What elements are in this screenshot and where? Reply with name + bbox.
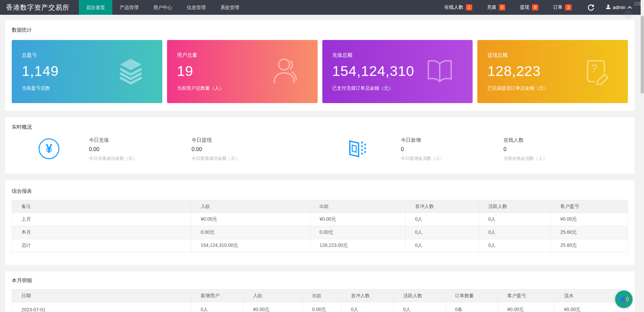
top-navbar: 香港数字资产交易所 后台首页产品管理用户中心信息管理系统管理 在线人数1充值0提… [0,0,644,15]
column-header: 客户盈亏 [551,200,628,213]
table-cell: 总计 [12,239,191,252]
book-icon [424,57,455,86]
table-cell: 128,223.00元 [310,239,406,252]
table-cell: 0.00元 [303,302,341,312]
realtime-row: ¥ 今日充值0.00今日充值成功金额（元）今日提现0.00今日提现成功金额（元）… [12,136,628,162]
column-header: 出款 [303,289,341,302]
user-icon [270,56,300,87]
table-cell: 0人 [406,213,479,226]
realtime-group-2: 今日新增0今日新增会员数（人）在线人数0当前在线会员数（人） [401,136,628,162]
table-cell: 25.60元 [551,239,628,252]
stat-card: 总盈亏1,149当前盈亏总数 [12,40,162,103]
table-cell: 2023-07-01 [12,302,191,312]
report-table: 备注入款出款首冲人数活跃人数客户盈亏上月¥0.00元¥0.00元0人0人¥0.0… [12,200,628,252]
table-cell: 0人 [191,302,244,312]
person-icon [606,4,611,10]
column-header: 入款 [244,289,303,302]
table-row: 2023-07-010人¥0.00元0.00元0人0人0条¥0.00元¥0.00… [12,302,628,312]
count-badge: 0 [499,4,505,10]
nav-stat[interactable]: 提现0 [513,4,546,10]
stat-card: 用户总量19当前用户总数量（人） [167,40,318,103]
count-badge: 1 [466,4,472,10]
report-panel-title: 综合报表 [12,188,628,194]
table-cell: 0.00元 [191,226,310,239]
realtime-desc: 当前在线会员数（人） [503,155,547,162]
table-header-row: 日期新增用户入款出款首冲人数活跃人数订单数量客户盈亏流水 [12,289,628,302]
column-header: 日期 [12,289,191,302]
table-cell: 0条 [445,302,498,312]
column-header: 首冲人数 [341,289,394,302]
realtime-label: 今日提现 [192,137,340,143]
column-header: 出款 [310,200,406,213]
realtime-group-1: 今日充值0.00今日充值成功金额（元）今日提现0.00今日提现成功金额（元） [89,136,340,162]
realtime-desc: 今日充值成功金额（元） [89,155,192,162]
count-badge: 0 [532,4,538,10]
column-header: 活跃人数 [479,200,551,213]
table-cell: 0人 [341,302,394,312]
refresh-icon[interactable] [579,4,603,11]
nav-tab[interactable]: 信息管理 [179,0,213,15]
nav-tab[interactable]: 系统管理 [213,0,247,15]
table-cell: ¥0.00元 [498,302,554,312]
column-header: 订单数量 [445,289,498,302]
customer-service-button[interactable] [615,291,633,308]
page-scrollbar [641,0,644,312]
column-header: 首冲人数 [406,200,479,213]
nav-stat[interactable]: 充值0 [480,4,513,10]
stat-card: 提现总额128,223已完成提现订单总金额（元）? [477,40,628,103]
table-cell: 0人 [394,302,445,312]
table-cell: 0人 [406,226,479,239]
nav-stat-label: 提现 [520,4,529,10]
report-panel: 综合报表 备注入款出款首冲人数活跃人数客户盈亏上月¥0.00元¥0.00元0人0… [5,180,635,265]
table-cell: 本月 [12,226,191,239]
table-cell: 0人 [406,239,479,252]
nav-stat[interactable]: 在线人数1 [437,4,480,10]
realtime-desc: 今日新增会员数（人） [401,155,503,162]
column-header: 新增用户 [191,289,244,302]
realtime-value: 0.00 [89,146,192,152]
stat-cards: 总盈亏1,149当前盈亏总数用户总量19当前用户总数量（人）充值总额154,12… [12,40,628,103]
table-header-row: 备注入款出款首冲人数活跃人数客户盈亏 [12,200,628,213]
layers-icon [117,57,145,86]
yen-circle-icon: ¥ [39,138,60,160]
table-cell: 0人 [479,213,551,226]
realtime-label: 今日充值 [89,137,192,143]
nav-stat-label: 充值 [487,4,496,10]
stat-card: 充值总额154,124,310已支付充值订单总金额（元） [322,40,473,103]
copyright-watermark-icon: © [621,8,635,21]
nav-tab[interactable]: 产品管理 [112,0,146,15]
svg-text:?: ? [591,62,597,75]
realtime-desc: 今日提现成功金额（元） [192,155,340,162]
brand-title: 香港数字资产交易所 [0,3,75,12]
realtime-value: 0.00 [192,146,340,152]
column-header: 入款 [191,200,310,213]
column-header: 客户盈亏 [498,289,554,302]
main-menu: 后台首页产品管理用户中心信息管理系统管理 [79,0,247,15]
realtime-panel-title: 实时概况 [12,124,628,130]
content: 数据统计 总盈亏1,149当前盈亏总数用户总量19当前用户总数量（人）充值总额1… [0,15,644,312]
count-badge: 2 [565,4,572,10]
realtime-panel: 实时概况 ¥ 今日充值0.00今日充值成功金额（元）今日提现0.00今日提现成功… [5,117,635,174]
nav-tab[interactable]: 后台首页 [79,0,112,15]
table-cell: ¥0.00元 [310,213,406,226]
scrollbar-thumb[interactable] [641,16,644,93]
realtime-label: 今日新增 [401,137,503,143]
stats-panel-title: 数据统计 [12,27,628,33]
detail-panel: 本月明细 日期新增用户入款出款首冲人数活跃人数订单数量客户盈亏流水2023-07… [5,271,635,312]
navbar-right: 在线人数1充值0提现0订单2 admin [437,0,644,15]
stats-panel: 数据统计 总盈亏1,149当前盈亏总数用户总量19当前用户总数量（人）充值总额1… [5,20,635,111]
realtime-label: 在线人数 [503,137,547,143]
realtime-value: 0 [503,146,547,152]
nav-tab[interactable]: 用户中心 [146,0,179,15]
realtime-item: 在线人数0当前在线会员数（人） [503,136,547,162]
table-cell: 25.60元 [551,226,628,239]
realtime-item: 今日提现0.00今日提现成功金额（元） [192,136,340,162]
nav-stat-label: 订单 [553,4,562,10]
realtime-item: 今日新增0今日新增会员数（人） [401,136,503,162]
table-cell: 上月 [12,213,191,226]
table-row: 总计154,124,310.00元128,223.00元0人0人25.60元 [12,239,628,252]
table-cell: 0人 [479,226,551,239]
table-row: 上月¥0.00元¥0.00元0人0人¥0.00元 [12,213,628,226]
table-cell: 154,124,310.00元 [191,239,310,252]
nav-stat[interactable]: 订单2 [546,4,579,10]
